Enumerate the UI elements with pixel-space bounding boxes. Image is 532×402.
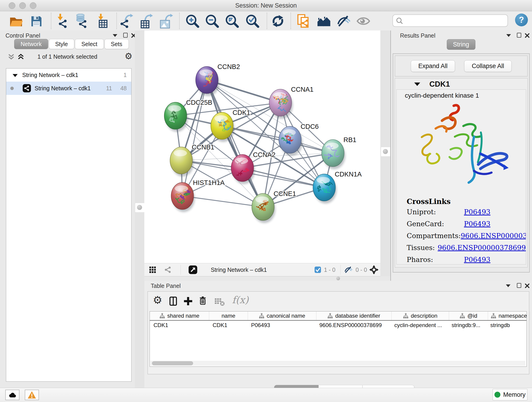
collection-expander-icon[interactable] (13, 74, 18, 77)
network-view-canvas[interactable]: CCNB2CCNA1CDC25BCDK1CDC6RB1CCNB1CCNA2CDK… (144, 31, 380, 263)
tab-select[interactable]: Select (75, 39, 104, 49)
node-RB1[interactable]: RB1 (320, 136, 356, 169)
table-horizontal-scrollbar[interactable] (151, 361, 525, 366)
hide-graphics-details-icon[interactable] (336, 14, 351, 28)
table-cell: CDK1 (150, 321, 209, 330)
crosslink-link[interactable]: P06493 (464, 220, 491, 228)
open-session-icon[interactable] (9, 14, 23, 28)
column-header-name[interactable]: name (209, 312, 248, 320)
search-input[interactable] (393, 14, 508, 27)
delete-column-icon[interactable] (199, 296, 207, 306)
right-splitter-handle[interactable] (381, 147, 390, 157)
export-image-icon[interactable] (158, 14, 173, 28)
tab-sets[interactable]: Sets (104, 39, 129, 49)
network-collection-row[interactable]: String Network – cdk1 1 (6, 69, 131, 82)
import-table-file-icon[interactable] (95, 14, 109, 28)
duplicate-network-icon[interactable] (296, 14, 310, 28)
column-header-shared-name[interactable]: shared name (150, 312, 209, 320)
import-network-database-icon[interactable] (74, 14, 89, 28)
node-HIST1H1A[interactable]: HIST1H1A (171, 179, 225, 212)
network-row-selected[interactable]: String Network – cdk1 11 48 (6, 82, 131, 95)
birds-eye-view-icon[interactable] (188, 265, 197, 274)
zoom-in-icon[interactable] (185, 14, 200, 28)
node-CCNB1[interactable]: CCNB1 (170, 143, 214, 177)
horizontal-splitter[interactable] (144, 276, 390, 281)
expand-all-button[interactable]: Expand All (411, 60, 455, 72)
zoom-out-icon[interactable] (205, 14, 220, 28)
panel-float-icon[interactable] (517, 283, 521, 288)
panel-float-icon[interactable] (517, 33, 521, 38)
crosslink-link[interactable]: P06493 (464, 255, 491, 264)
delete-table-icon-disabled[interactable] (215, 298, 225, 306)
right-splitter[interactable] (380, 31, 390, 281)
node-CDC6[interactable]: CDC6 (279, 123, 319, 156)
function-builder-icon[interactable]: f(x) (232, 294, 249, 306)
column-header--id[interactable]: @id (449, 312, 488, 320)
panel-menu-icon[interactable] (113, 34, 117, 37)
tab-style[interactable]: Style (49, 39, 75, 49)
hidden-eye-icon[interactable] (344, 266, 352, 273)
export-network-icon[interactable] (119, 14, 134, 28)
node-CCNA2[interactable]: CCNA2 (231, 151, 275, 184)
horizontal-splitter-handle[interactable] (336, 277, 340, 280)
import-network-file-icon[interactable] (55, 14, 70, 28)
panel-close-icon[interactable] (525, 33, 530, 38)
string-results-container: Expand All Collapse All CDK1 cyclin-depe… (393, 53, 530, 273)
panel-float-icon[interactable] (123, 33, 128, 38)
tab-network[interactable]: Network (14, 39, 48, 49)
create-column-icon[interactable] (184, 297, 193, 306)
column-header-database-identifier[interactable]: database identifier (317, 312, 392, 320)
scrollbar-thumb[interactable] (152, 361, 193, 365)
column-header-namespace[interactable]: namespace (488, 312, 530, 320)
panel-close-icon[interactable] (525, 283, 530, 288)
grid-view-icon[interactable] (149, 267, 156, 273)
help-button[interactable]: ? (515, 13, 528, 26)
crosslink-link[interactable]: 9606.ENSP00000378699 (461, 232, 526, 240)
crosshair-move-icon[interactable] (369, 265, 379, 274)
node-CDK1[interactable]: CDK1 (211, 109, 250, 142)
help-glyph: ? (519, 15, 524, 25)
selected-checkbox-icon[interactable] (314, 266, 321, 273)
collapse-all-button[interactable]: Collapse All (464, 60, 512, 72)
node-CDC25B[interactable]: CDC25B (164, 99, 212, 132)
column-header-canonical-name[interactable]: canonical name (248, 312, 317, 320)
left-splitter-handle[interactable] (135, 203, 145, 212)
window-title: Session: New Session (0, 2, 532, 9)
export-table-icon[interactable] (138, 14, 153, 28)
node-CCNE1[interactable]: CCNE1 (252, 190, 296, 223)
refresh-icon[interactable] (271, 14, 285, 28)
memory-button[interactable]: Memory (493, 389, 527, 400)
crosslink-link[interactable]: 9606.ENSP00000378699 (438, 244, 526, 252)
table-cell: stringdb:9... (448, 321, 487, 330)
table-options-gear-icon[interactable]: ⚙ (153, 294, 162, 306)
edge-CCNB2-HIST1H1A[interactable] (182, 80, 207, 196)
node-CCNB2[interactable]: CCNB2 (196, 63, 240, 96)
entry-expander-icon[interactable] (414, 83, 420, 86)
crosslink-row: Tissues:9606.ENSP00000378699 (407, 244, 526, 252)
warning-icon (27, 391, 36, 399)
cloud-status-button[interactable] (5, 390, 19, 400)
panel-menu-icon[interactable] (506, 284, 510, 287)
table-cell: P06493 (247, 321, 316, 330)
left-splitter[interactable] (135, 31, 144, 388)
show-columns-icon[interactable] (169, 296, 177, 306)
edge-CCNB2-CCNE1[interactable] (207, 80, 263, 207)
show-graphics-details-icon[interactable] (356, 14, 371, 28)
panel-menu-icon[interactable] (506, 34, 511, 37)
table-row[interactable]: CDK1CDK1P064939606.ENSP00000378699cyclin… (150, 321, 526, 330)
first-neighbors-icon[interactable] (316, 14, 331, 28)
column-header-description[interactable]: description (392, 312, 449, 320)
tab-string[interactable]: String (447, 39, 475, 50)
warnings-button[interactable] (25, 390, 39, 400)
network-share-icon[interactable] (164, 266, 172, 274)
zoom-selected-icon[interactable] (245, 14, 260, 28)
crosslink-link[interactable]: P06493 (464, 208, 491, 216)
zoom-fit-icon[interactable] (225, 14, 239, 28)
shared-column-icon (460, 313, 465, 319)
save-session-icon[interactable] (29, 14, 44, 28)
gene-entry-header[interactable]: CDK1 (395, 78, 527, 89)
node-CDKN1A[interactable]: CDKN1A (313, 171, 362, 204)
string-network-graph[interactable]: CCNB2CCNA1CDC25BCDK1CDC6RB1CCNB1CCNA2CDK… (144, 31, 380, 263)
network-options-gear-icon[interactable]: ⚙ (125, 51, 133, 61)
toolbar-separator (267, 13, 267, 29)
